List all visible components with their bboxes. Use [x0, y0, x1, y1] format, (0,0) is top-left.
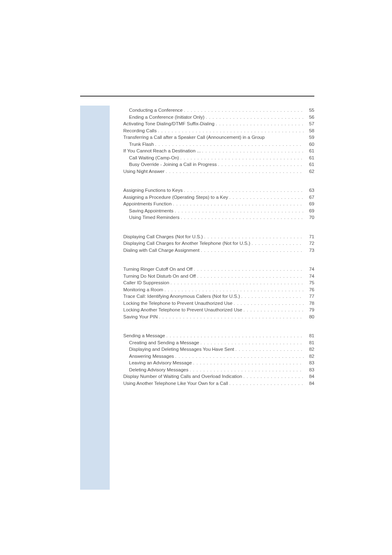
toc-leader: . . . . . . . . . . . . . . . . . . . . …: [201, 147, 304, 154]
toc-section: Assigning Functions to Keys. . . . . . .…: [123, 187, 314, 221]
toc-page-number: 75: [304, 279, 314, 286]
toc-page-number: 80: [304, 313, 314, 320]
toc-row[interactable]: Locking Another Telephone to Prevent Una…: [123, 306, 314, 313]
toc-leader: . . . . . . . . . . . . . . . . . . . . …: [179, 154, 304, 161]
toc-page-number: 55: [304, 107, 314, 114]
toc-page-number: 71: [304, 233, 314, 240]
toc-row[interactable]: Sending a Message. . . . . . . . . . . .…: [123, 332, 314, 339]
toc-row[interactable]: Busy Override - Joining a Call in Progre…: [129, 161, 314, 168]
toc-row[interactable]: Conducting a Conference. . . . . . . . .…: [129, 107, 314, 114]
toc-row[interactable]: Using Another Telephone Like Your Own fo…: [123, 380, 314, 387]
toc-label: Sending a Message: [123, 332, 165, 339]
toc-row[interactable]: Displaying Call Charges for Another Tele…: [123, 240, 314, 247]
toc-leader: . . . . . . . . . . . . . . . . . . . . …: [182, 187, 304, 194]
toc-section: Turning Ringer Cutoff On and Off. . . . …: [123, 266, 314, 320]
toc-leader: . . . . . . . . . . . . . . . . . . . . …: [204, 114, 304, 121]
toc-row[interactable]: Assigning Functions to Keys. . . . . . .…: [123, 187, 314, 194]
toc-leader: . . . . . . . . . . . . . . . . . . . . …: [192, 359, 304, 366]
toc-label: If You Cannot Reach a Destination ...: [123, 147, 201, 154]
toc-section: Conducting a Conference. . . . . . . . .…: [123, 107, 314, 175]
toc-row[interactable]: Transferring a Call after a Speaker Call…: [123, 134, 314, 141]
toc-label: Ending a Conference (Initiator Only): [129, 114, 204, 121]
toc-label: Assigning a Procedure (Operating Steps) …: [123, 194, 228, 201]
toc-leader: . . . . . . . . . . . . . . . . . . . . …: [250, 240, 304, 247]
toc-content: Conducting a Conference. . . . . . . . .…: [123, 107, 314, 399]
toc-leader: . . . . . . . . . . . . . . . . . . . . …: [164, 168, 304, 175]
toc-row[interactable]: Using Timed Reminders. . . . . . . . . .…: [129, 214, 314, 221]
toc-row[interactable]: Answering Messages. . . . . . . . . . . …: [129, 353, 314, 360]
toc-label: Saving Your PIN: [123, 313, 158, 320]
header-rule: [80, 96, 314, 97]
toc-page-number: 79: [304, 306, 314, 313]
toc-page-number: 84: [304, 373, 314, 380]
toc-label: Answering Messages: [129, 353, 174, 360]
toc-row[interactable]: Deleting Advisory Messages. . . . . . . …: [129, 366, 314, 373]
toc-label: Dialing with Call Charge Assignment: [123, 247, 199, 254]
toc-row[interactable]: Call Waiting (Camp-On). . . . . . . . . …: [129, 154, 314, 161]
toc-label: Assigning Functions to Keys: [123, 187, 182, 194]
toc-label: Display Number of Waiting Calls and Over…: [123, 373, 242, 380]
toc-section: Sending a Message. . . . . . . . . . . .…: [123, 332, 314, 387]
toc-page-number: 81: [304, 339, 314, 346]
toc-page-number: 73: [304, 247, 314, 254]
toc-row[interactable]: Dialing with Call Charge Assignment. . .…: [123, 247, 314, 254]
toc-label: Appointments Function: [123, 200, 172, 207]
toc-page-number: 56: [304, 114, 314, 121]
toc-row[interactable]: If You Cannot Reach a Destination .... .…: [123, 147, 314, 154]
toc-page-number: 62: [304, 168, 314, 175]
toc-page-number: 59: [304, 134, 314, 141]
toc-row[interactable]: Locking the Telephone to Prevent Unautho…: [123, 300, 314, 307]
toc-row[interactable]: Turning Do Not Disturb On and Off. . . .…: [123, 273, 314, 280]
toc-row[interactable]: Creating and Sending a Message. . . . . …: [129, 339, 314, 346]
toc-row[interactable]: Display Number of Waiting Calls and Over…: [123, 373, 314, 380]
toc-label: Turning Ringer Cutoff On and Off: [123, 266, 193, 273]
toc-row[interactable]: Displaying Call Charges (Not for U.S.). …: [123, 233, 314, 240]
toc-leader: . . . . . . . . . . . . . . . . . . . . …: [228, 380, 304, 387]
toc-leader: . . . . . . . . . . . . . . . . . . . . …: [242, 306, 304, 313]
toc-leader: . . . . . . . . . . . . . . . . . . . . …: [233, 300, 304, 307]
toc-label: Locking the Telephone to Prevent Unautho…: [123, 300, 233, 307]
toc-page-number: 69: [304, 200, 314, 207]
toc-page-number: 61: [304, 161, 314, 168]
toc-label: Displaying and Deleting Messages You Hav…: [129, 346, 234, 353]
toc-row[interactable]: Trace Call: Identifying Anonymous Caller…: [123, 293, 314, 300]
toc-leader: . . . . . . . . . . . . . . . . . . . . …: [174, 353, 304, 360]
toc-leader: . . . . . . . . . . . . . . . . . . . . …: [172, 200, 304, 207]
page: Conducting a Conference. . . . . . . . .…: [0, 0, 392, 555]
toc-page-number: 58: [304, 127, 314, 134]
toc-row[interactable]: Assigning a Procedure (Operating Steps) …: [123, 194, 314, 201]
toc-row[interactable]: Activating Tone Dialing/DTMF Suffix-Dial…: [123, 120, 314, 127]
toc-row[interactable]: Using Night Answer. . . . . . . . . . . …: [123, 168, 314, 175]
toc-label: Using Another Telephone Like Your Own fo…: [123, 380, 228, 387]
toc-leader: . . . . . . . . . . . . . . . . . . . . …: [154, 141, 304, 148]
toc-leader: . . . . . . . . . . . . . . . . . . . . …: [193, 266, 304, 273]
toc-label: Using Night Answer: [123, 168, 164, 175]
toc-leader: . . . . . . . . . . . . . . . . . . . . …: [165, 332, 304, 339]
toc-page-number: 77: [304, 293, 314, 300]
toc-label: Conducting a Conference: [129, 107, 182, 114]
toc-page-number: 70: [304, 214, 314, 221]
toc-label: Recording Calls: [123, 127, 157, 134]
toc-section: Displaying Call Charges (Not for U.S.). …: [123, 233, 314, 254]
toc-row[interactable]: Leaving an Advisory Message. . . . . . .…: [129, 359, 314, 366]
toc-row[interactable]: Caller ID Suppression. . . . . . . . . .…: [123, 279, 314, 286]
toc-row[interactable]: Ending a Conference (Initiator Only). . …: [129, 114, 314, 121]
toc-row[interactable]: Monitoring a Room. . . . . . . . . . . .…: [123, 286, 314, 293]
toc-label: Leaving an Advisory Message: [129, 359, 192, 366]
toc-leader: . . . . . . . . . . . . . . . . . . . . …: [158, 313, 304, 320]
toc-leader: . . . . . . . . . . . . . . . . . . . . …: [180, 214, 304, 221]
toc-row[interactable]: Recording Calls. . . . . . . . . . . . .…: [123, 127, 314, 134]
toc-page-number: 74: [304, 266, 314, 273]
toc-page-number: 69: [304, 207, 314, 214]
toc-row[interactable]: Trunk Flash. . . . . . . . . . . . . . .…: [129, 141, 314, 148]
toc-label: Displaying Call Charges for Another Tele…: [123, 240, 250, 247]
toc-page-number: 83: [304, 366, 314, 373]
toc-row[interactable]: Displaying and Deleting Messages You Hav…: [129, 346, 314, 353]
toc-leader: . . . . . . . . . . . . . . . . . . . . …: [157, 127, 304, 134]
toc-row[interactable]: Saving Appointments. . . . . . . . . . .…: [129, 207, 314, 214]
toc-row[interactable]: Turning Ringer Cutoff On and Off. . . . …: [123, 266, 314, 273]
toc-label: Displaying Call Charges (Not for U.S.): [123, 233, 203, 240]
toc-row[interactable]: Appointments Function. . . . . . . . . .…: [123, 200, 314, 207]
toc-label: Deleting Advisory Messages: [129, 366, 188, 373]
toc-row[interactable]: Saving Your PIN. . . . . . . . . . . . .…: [123, 313, 314, 320]
